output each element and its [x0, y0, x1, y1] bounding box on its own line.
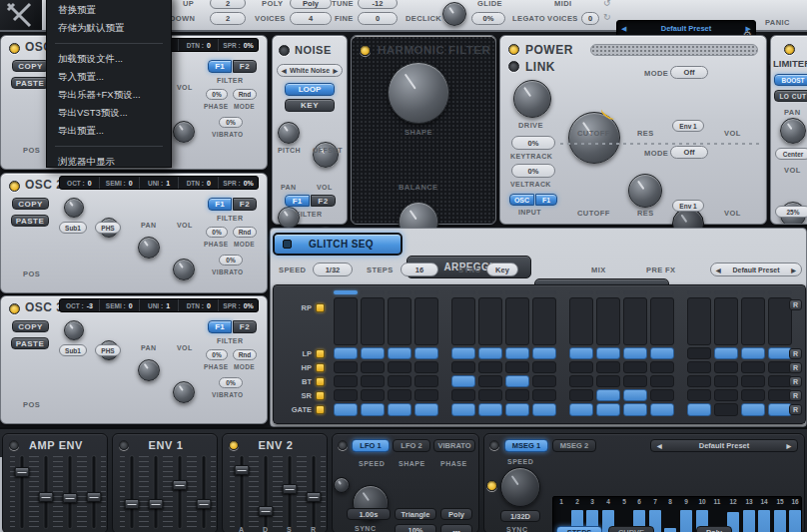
declick-knob[interactable] [442, 2, 466, 26]
down-value[interactable]: 2 [210, 12, 246, 25]
mseg-bar-13[interactable] [743, 510, 755, 532]
seq-cell-sr-7[interactable] [505, 389, 529, 401]
seq-cell-gate-12[interactable] [650, 403, 674, 416]
lfo-phase-amt[interactable]: --- [440, 524, 472, 532]
drive-knob[interactable] [513, 80, 551, 118]
seq-cell-lp-15[interactable] [741, 347, 765, 359]
seq-cell-hp-11[interactable] [623, 361, 647, 373]
tab-glitch-seq[interactable]: GLITCH SEQ [273, 233, 403, 256]
seq-cell-gate-11[interactable] [623, 403, 647, 416]
filter1-mode-value[interactable]: Off [670, 66, 708, 79]
osc-copy-button[interactable]: COPY [12, 60, 49, 72]
env-fader-2[interactable] [279, 456, 301, 528]
lfo-phase-value[interactable]: Poly [440, 508, 472, 520]
osc-paste-button[interactable]: PASTE [11, 215, 49, 227]
filter2-mode-value[interactable]: Off [670, 146, 708, 159]
pitch-seg-uni[interactable]: UNI :1 [140, 299, 180, 311]
fader-handle[interactable] [15, 467, 30, 477]
fader-handle[interactable] [307, 492, 322, 502]
pitch-seg-oct[interactable]: OCT :-3 [60, 299, 100, 311]
seq-rp-slider-cap[interactable] [388, 290, 411, 294]
lfo-speed-value[interactable]: 1.00s [347, 508, 391, 520]
seq-cell-lp-4[interactable] [414, 347, 438, 359]
tab-mseg1[interactable]: MSEG 1 [504, 439, 548, 452]
seq-cell-lp-8[interactable] [532, 347, 556, 359]
seq-rp-slider-cap[interactable] [714, 290, 738, 294]
tab-mseg2[interactable]: MSEG 2 [552, 439, 596, 452]
fader-handle[interactable] [87, 492, 102, 502]
seq-row-toggle-sr[interactable] [316, 391, 325, 400]
seq-cell-bt-11[interactable] [623, 375, 647, 387]
seq-cell-hp-6[interactable] [478, 361, 502, 373]
seq-rp-slider[interactable] [451, 297, 475, 345]
seq-row-toggle-rp[interactable] [316, 303, 325, 312]
veltrack-value[interactable]: 0% [511, 164, 555, 178]
seq-rp-slider[interactable] [650, 297, 674, 345]
seq-rp-slider-cap[interactable] [596, 290, 620, 294]
seq-cell-gate-15[interactable] [741, 403, 765, 416]
env-fader-0[interactable] [11, 456, 33, 528]
seq-cell-hp-13[interactable] [687, 361, 711, 373]
tune-value[interactable]: -12 [358, 0, 398, 9]
limiter-pan-value[interactable]: Center [775, 148, 807, 160]
seq-cell-gate-4[interactable] [414, 403, 438, 416]
noise-loop-button[interactable]: LOOP [285, 83, 335, 96]
osc-mode-value[interactable]: Rnd [233, 227, 257, 238]
seq-sync-value[interactable]: Key [486, 263, 518, 276]
env-fader-3[interactable] [303, 456, 325, 528]
seq-preset-selector[interactable]: ◀ Default Preset ▶ [710, 263, 802, 276]
seq-cell-gate-5[interactable] [451, 403, 475, 416]
mseg-preset-next-icon[interactable]: ▶ [786, 442, 791, 449]
seq-cell-hp-7[interactable] [505, 361, 529, 373]
osc-f1-button[interactable]: F1 [208, 60, 232, 73]
seq-cell-lp-13[interactable] [687, 347, 711, 359]
seq-speed-value[interactable]: 1/32 [313, 263, 353, 276]
noise-led[interactable] [279, 45, 290, 56]
seq-rp-slider-cap[interactable] [451, 290, 475, 294]
seq-cell-sr-11[interactable] [623, 389, 647, 401]
seq-cell-gate-7[interactable] [505, 403, 529, 416]
seq-rp-slider[interactable] [478, 297, 502, 345]
seq-cell-bt-14[interactable] [714, 375, 738, 387]
seq-random-gate[interactable]: R [789, 404, 802, 415]
seq-cell-gate-3[interactable] [388, 403, 411, 416]
osc-phase-value[interactable]: 0% [206, 349, 228, 360]
seq-cell-hp-5[interactable] [451, 361, 475, 373]
noise-next-icon[interactable]: ▶ [333, 67, 338, 74]
filter2-env-value[interactable]: Env 1 [672, 200, 704, 212]
osc-paste-button[interactable]: PASTE [11, 337, 49, 349]
seq-cell-lp-3[interactable] [388, 347, 411, 359]
noise-f2-button[interactable]: F2 [311, 195, 336, 207]
seq-preset-next-icon[interactable]: ▶ [791, 266, 796, 273]
seq-cell-bt-7[interactable] [505, 375, 529, 387]
osc-sub-value[interactable]: Sub1 [59, 222, 87, 234]
fader-handle[interactable] [235, 465, 250, 475]
lfo-sync-knob[interactable] [334, 477, 350, 493]
osc-pan-knob[interactable] [138, 237, 160, 259]
seq-cell-hp-8[interactable] [532, 361, 556, 373]
lfo-shape-amt[interactable]: 10% [395, 524, 436, 532]
pitch-seg-semi[interactable]: SEMI :0 [100, 177, 140, 189]
osc-pan-knob[interactable] [138, 359, 160, 381]
seq-cell-sr-15[interactable] [741, 389, 765, 401]
tab-lfo2[interactable]: LFO 2 [393, 439, 430, 452]
seq-rp-slider-cap[interactable] [768, 290, 792, 294]
seq-cell-sr-13[interactable] [687, 389, 711, 401]
fader-handle[interactable] [173, 480, 188, 490]
noise-key-button[interactable]: KEY [285, 99, 335, 112]
seq-cell-sr-10[interactable] [596, 389, 620, 401]
seq-cell-bt-2[interactable] [361, 375, 385, 387]
menu-item[interactable]: 导出乐器+FX预设... [47, 86, 171, 104]
seq-rp-slider-cap[interactable] [741, 290, 765, 294]
seq-cell-hp-3[interactable] [388, 361, 411, 373]
seq-cell-gate-10[interactable] [596, 403, 620, 416]
osc-vibrato-value[interactable]: 0% [219, 117, 243, 128]
limiter-vol-value[interactable]: 25% [775, 206, 807, 218]
noise-prev-icon[interactable]: ◀ [282, 67, 287, 74]
locut-button[interactable]: LO CUT [774, 90, 807, 102]
seq-cell-gate-8[interactable] [532, 403, 556, 416]
seq-cell-lp-2[interactable] [361, 347, 385, 359]
env-fader-0[interactable] [121, 456, 143, 528]
seq-rp-slider[interactable] [741, 297, 765, 345]
seq-rp-slider-cap[interactable] [623, 290, 647, 294]
